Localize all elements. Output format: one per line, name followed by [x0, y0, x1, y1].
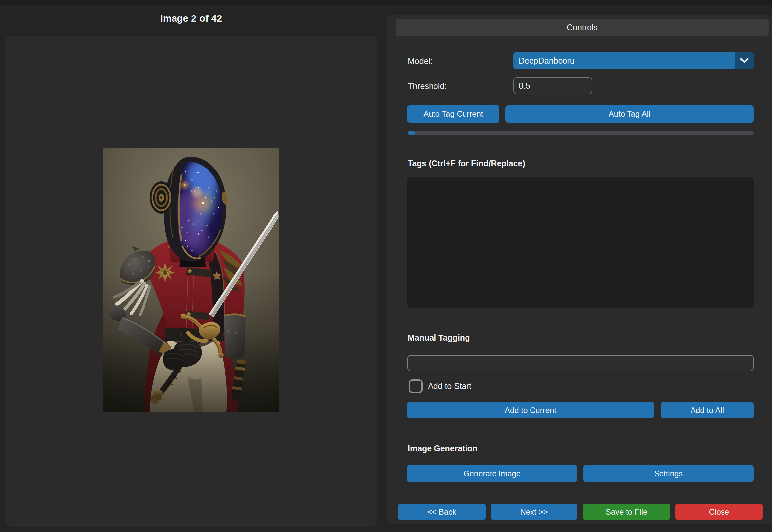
progress-fill — [408, 131, 415, 135]
settings-button[interactable]: Settings — [583, 465, 754, 482]
save-to-file-button[interactable]: Save to File — [583, 504, 670, 520]
controls-header: Controls — [396, 19, 769, 36]
window-top-strip — [0, 0, 772, 5]
preview-image — [103, 148, 279, 412]
manual-tagging-header: Manual Tagging — [408, 333, 470, 343]
app-window: { "window": { "title": "Image 2 of 42" }… — [0, 0, 772, 532]
controls-panel: Controls Model: DeepDanbooru Threshold: … — [387, 15, 772, 524]
image-viewer-panel — [5, 36, 377, 527]
add-to-start-label: Add to Start — [428, 381, 471, 391]
add-to-start-checkbox[interactable] — [409, 379, 423, 393]
auto-tag-current-button[interactable]: Auto Tag Current — [407, 105, 499, 123]
generate-image-button[interactable]: Generate Image — [407, 465, 577, 482]
model-label: Model: — [408, 56, 433, 66]
manual-tag-input[interactable] — [407, 355, 754, 371]
add-to-all-button[interactable]: Add to All — [661, 402, 754, 418]
tags-textarea[interactable] — [407, 177, 754, 308]
add-to-current-button[interactable]: Add to Current — [407, 402, 654, 418]
progress-bar — [408, 131, 754, 135]
tags-header: Tags (Ctrl+F for Find/Replace) — [408, 159, 525, 168]
threshold-label: Threshold: — [408, 81, 447, 91]
chevron-down-icon — [735, 52, 754, 69]
auto-tag-all-button[interactable]: Auto Tag All — [505, 105, 754, 123]
back-button[interactable]: << Back — [398, 504, 486, 520]
model-dropdown-value: DeepDanbooru — [513, 56, 735, 66]
close-button[interactable]: Close — [675, 504, 763, 520]
image-counter: Image 2 of 42 — [5, 13, 377, 24]
model-dropdown[interactable]: DeepDanbooru — [513, 52, 754, 69]
image-generation-header: Image Generation — [408, 444, 477, 453]
next-button[interactable]: Next >> — [491, 504, 577, 520]
threshold-input[interactable] — [513, 77, 592, 94]
